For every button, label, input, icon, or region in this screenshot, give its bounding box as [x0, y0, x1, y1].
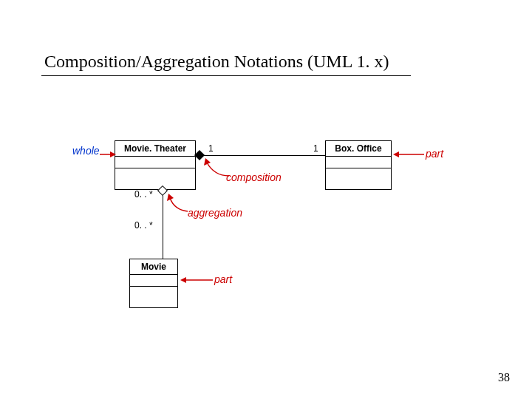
uml-class-name: Movie. Theater [115, 141, 195, 157]
title-underline [41, 75, 411, 76]
svg-marker-1 [110, 151, 116, 157]
multiplicity-label: 0. . * [134, 189, 153, 200]
slide-title: Composition/Aggregation Notations (UML 1… [44, 52, 389, 72]
multiplicity-label: 0. . * [134, 220, 153, 231]
uml-op-section [115, 168, 195, 189]
multiplicity-label: 1 [208, 143, 214, 154]
uml-class-name: Box. Office [326, 141, 391, 157]
multiplicity-label: 1 [313, 143, 318, 154]
svg-marker-3 [393, 151, 399, 157]
arrow-icon [100, 151, 116, 158]
annotation-whole: whole [72, 145, 100, 157]
uml-class-movie: Movie [129, 259, 178, 308]
uml-class-name: Movie [130, 259, 177, 275]
uml-op-section [130, 287, 177, 307]
annotation-composition: composition [226, 171, 282, 183]
page-number: 38 [498, 371, 510, 384]
svg-marker-5 [180, 277, 186, 283]
uml-attr-section [115, 157, 195, 168]
uml-class-boxoffice: Box. Office [325, 140, 392, 190]
uml-op-section [326, 168, 391, 189]
uml-class-movietheater: Movie. Theater [115, 140, 196, 190]
arrow-icon [393, 151, 424, 158]
svg-marker-6 [204, 158, 211, 166]
composition-connector [196, 155, 325, 156]
uml-attr-section [326, 157, 391, 168]
annotation-part: part [214, 273, 232, 285]
arrow-icon [180, 276, 213, 284]
annotation-part: part [426, 148, 443, 160]
composition-diamond-icon [194, 150, 205, 160]
arrow-icon [204, 158, 231, 177]
annotation-aggregation: aggregation [188, 207, 242, 219]
aggregation-connector [163, 187, 163, 259]
uml-attr-section [130, 275, 177, 287]
arrow-icon [167, 194, 189, 213]
